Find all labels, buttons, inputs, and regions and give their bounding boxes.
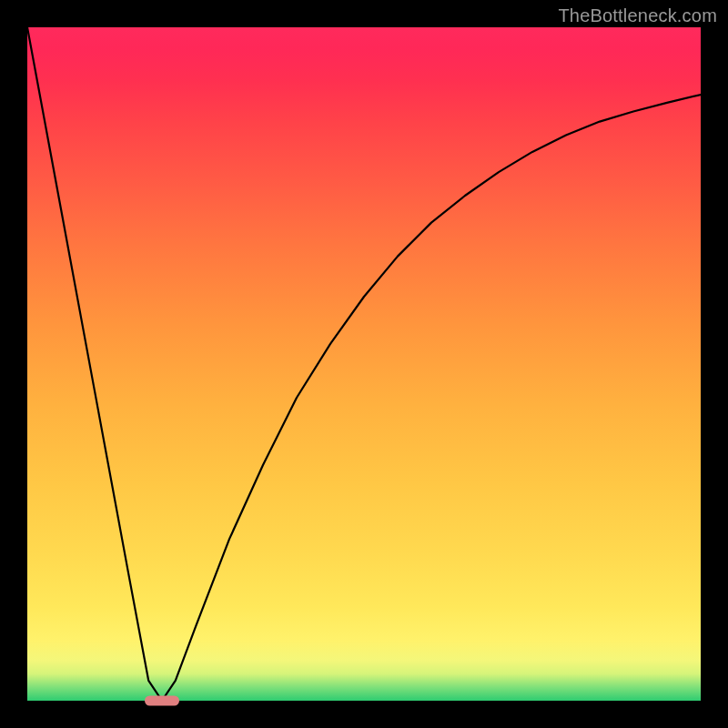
- watermark-text: TheBottleneck.com: [558, 5, 717, 26]
- plot-area: [27, 27, 701, 701]
- curve-layer: [27, 27, 701, 701]
- bottleneck-curve: [27, 27, 701, 701]
- chart-frame: TheBottleneck.com: [0, 0, 728, 728]
- optimal-marker: [145, 696, 179, 706]
